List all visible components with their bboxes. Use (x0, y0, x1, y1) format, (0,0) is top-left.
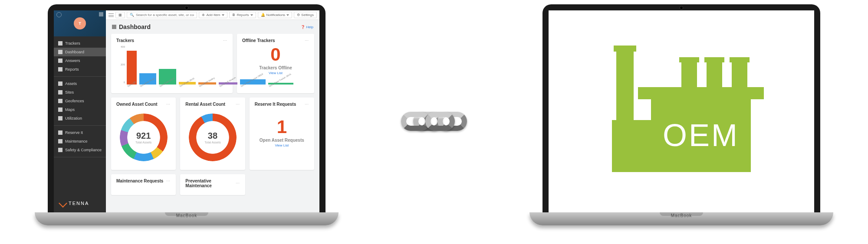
y-axis-ticks: 4002000 (116, 46, 125, 84)
view-list-link[interactable]: View List (255, 143, 309, 147)
card-menu-icon[interactable]: ⋯ (305, 102, 309, 107)
bar-col: TennaCAM OBDII (159, 69, 176, 89)
reports-button[interactable]: 🗎 Reports (229, 12, 256, 18)
owned-sub: Total Assets (135, 141, 151, 144)
nav-label: Dashboard (65, 50, 84, 54)
bar-col: Tenna Fleet Tracker OBDII (240, 79, 266, 89)
brand-text: TENNA (69, 201, 89, 206)
trackers-bar-chart: 4002000 Tenna QRTennaMINI PluginTennaCAM… (116, 46, 227, 89)
sidebar-item-geofences[interactable]: Geofences (54, 97, 106, 105)
nav-icon (58, 130, 62, 135)
owned-count: 921 (135, 131, 151, 141)
nav-icon (58, 116, 62, 120)
card-grid: Trackers ⋯ 4002000 Tenna QRTennaMINI Plu… (106, 34, 319, 200)
owned-asset-card: Owned Asset Count ⋯ 921 Total Assets (111, 98, 176, 170)
sidebar-item-assets[interactable]: Assets (54, 79, 106, 88)
sidebar-item-maps[interactable]: Maps (54, 105, 106, 114)
nav-icon (58, 67, 62, 72)
nav-icon (58, 99, 62, 103)
laptop-base: MacBook (35, 212, 339, 225)
chevron-down-icon (286, 14, 289, 16)
sidebar-item-maintenance[interactable]: Maintenance (54, 137, 106, 146)
nav-label: Reports (65, 67, 79, 72)
card-menu-icon[interactable]: ⋯ (236, 102, 240, 107)
camera-dot (185, 7, 188, 9)
sidebar-item-dashboard[interactable]: Dashboard (54, 48, 106, 56)
bar-col: Tenna QR (127, 51, 137, 89)
nav-label: Answers (65, 59, 80, 63)
sidebar: T TrackersDashboardAnswersReportsAssetsS… (54, 10, 106, 212)
left-laptop: T TrackersDashboardAnswersReportsAssetsS… (35, 4, 339, 238)
nav-icon (58, 139, 62, 143)
card-title: Reserve It Requests (255, 102, 296, 107)
card-title: Maintenance Requests (116, 179, 163, 183)
grid-toggle[interactable]: ▦ (115, 12, 125, 18)
nav-icon (58, 148, 62, 152)
nav-label: Maps (65, 107, 75, 112)
sidebar-header: T (54, 10, 106, 36)
nav-icon (58, 59, 62, 63)
rental-sub: Total Assets (204, 141, 220, 144)
sidebar-item-sites[interactable]: Sites (54, 88, 106, 97)
nav-label: Safety & Compliance (65, 148, 102, 152)
brand: TENNA (54, 194, 106, 212)
factory-icon: OEM (612, 51, 751, 172)
bar-col: TennaMINI Battery (198, 82, 216, 89)
sidebar-item-reserve-it[interactable]: Reserve It (54, 128, 106, 137)
reserve-sub: Open Asset Requests (255, 138, 309, 143)
sidebar-item-utilization[interactable]: Utilization (54, 114, 106, 123)
right-laptop: OEM MacBook (529, 4, 833, 238)
reserve-count: 1 (255, 118, 309, 136)
card-title: Owned Asset Count (116, 102, 158, 107)
add-item-button[interactable]: ⊕ Add Item (199, 12, 227, 18)
card-menu-icon[interactable]: ⋯ (166, 102, 171, 107)
sidebar-item-safety-compliance[interactable]: Safety & Compliance (54, 146, 106, 154)
nav-label: Utilization (65, 116, 82, 120)
card-menu-icon[interactable]: ⋯ (305, 39, 309, 43)
help-link[interactable]: ❓ Help (301, 25, 313, 29)
bar-col: TennaCAM JBUS (179, 82, 196, 89)
reserve-card: Reserve It Requests ⋯ 1 Open Asset Reque… (250, 98, 314, 170)
rental-asset-card: Rental Asset Count ⋯ 38 Total Assets (180, 98, 245, 170)
nav-label: Geofences (65, 99, 84, 103)
card-title: Offline Trackers (242, 38, 275, 43)
avatar[interactable]: T (74, 17, 86, 29)
card-menu-icon[interactable]: ⋯ (236, 181, 240, 185)
bar (127, 51, 137, 85)
topbar: ▦ 🔍 ⊕ Add Item 🗎 Reports 🔔 Notifications… (106, 10, 319, 20)
trackers-card: Trackers ⋯ 4002000 Tenna QRTennaMINI Plu… (111, 34, 233, 93)
bezel: T TrackersDashboardAnswersReportsAssetsS… (48, 4, 326, 212)
sidebar-item-trackers[interactable]: Trackers (54, 39, 106, 48)
nav-icon (58, 81, 62, 86)
rental-count: 38 (204, 131, 220, 141)
search-box[interactable]: 🔍 (127, 12, 197, 18)
card-menu-icon[interactable]: ⋯ (166, 179, 171, 183)
nav-label: Maintenance (65, 139, 88, 143)
app-screen: T TrackersDashboardAnswersReportsAssetsS… (54, 10, 319, 212)
camera-dot (680, 7, 683, 9)
view-list-link[interactable]: View List (242, 71, 309, 75)
chevron-down-icon (222, 14, 224, 16)
hamburger-icon[interactable] (108, 13, 114, 17)
sidebar-item-reports[interactable]: Reports (54, 65, 106, 74)
chain-graphic (382, 102, 486, 141)
search-input[interactable] (136, 13, 194, 17)
chevron-down-icon (250, 14, 253, 16)
bar-col: Tenna Fleet Tracker JBUS (268, 83, 293, 89)
laptop-base: MacBook (529, 212, 833, 225)
oem-screen: OEM (549, 10, 814, 212)
thumb-icon (99, 12, 103, 16)
maintenance-requests-card: Maintenance Requests ⋯ (111, 174, 176, 195)
page-header: Dashboard ❓ Help (106, 20, 319, 34)
nav-icon (58, 107, 62, 112)
sidebar-item-answers[interactable]: Answers (54, 56, 106, 65)
nav-icon (58, 90, 62, 94)
nav-label: Trackers (65, 41, 80, 46)
card-title: Trackers (116, 38, 134, 43)
oem-label: OEM (663, 117, 739, 153)
card-menu-icon[interactable]: ⋯ (223, 39, 227, 43)
notifications-button[interactable]: 🔔 Notifications (258, 12, 293, 18)
settings-button[interactable]: ⚙ Settings (294, 12, 317, 18)
bezel: OEM (542, 4, 820, 212)
offline-count: 0 (242, 46, 309, 64)
